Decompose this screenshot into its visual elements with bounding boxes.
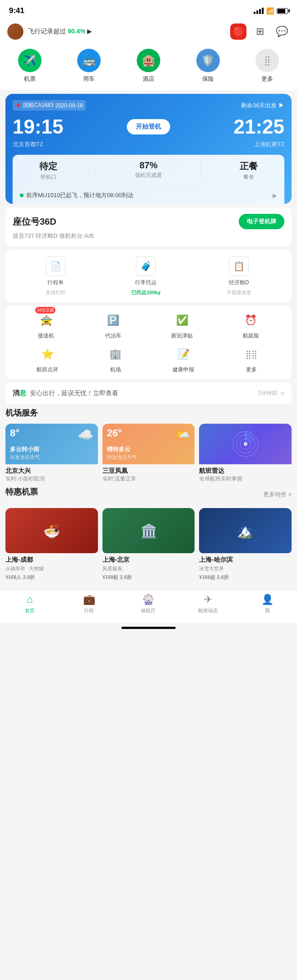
- service-baggage-label: 行李托运: [135, 279, 157, 287]
- seat-number: 座位号36D: [13, 216, 56, 228]
- nav-hotel[interactable]: 🏨 酒店: [137, 49, 160, 83]
- home-nav-label: 首页: [25, 607, 35, 614]
- nav-home[interactable]: ⌂ 首页: [0, 594, 60, 614]
- nav-flights[interactable]: ✈️ 机票: [18, 49, 42, 83]
- airline-logo-icon: ✈: [15, 101, 21, 110]
- action-airport-label: 机场: [110, 366, 121, 374]
- prev-flight-text: 前序MU1010已起飞，预计地方08:00到达: [26, 191, 134, 199]
- sanya-weather-bg: 26° 🌤️ 晴转多云 到达当日天气: [102, 424, 195, 464]
- more-tickets-link[interactable]: 更多特价 >: [263, 490, 292, 499]
- sanya-airport-sub: 实时:流量正常: [102, 475, 195, 483]
- car-icon: 🚌: [77, 49, 101, 72]
- more-actions-icon: ⣿⣿: [242, 345, 260, 363]
- nav-insurance[interactable]: 🛡️ 保险: [196, 49, 220, 83]
- service-baggage-sub: 已托运100kg: [131, 289, 160, 296]
- flight-status-nav-icon: ✈: [204, 594, 212, 606]
- action-airport[interactable]: 🏢 机场: [107, 345, 125, 374]
- beijing-weather-sub: 出发当日天气: [10, 454, 40, 461]
- service-itinerary[interactable]: 📄 行程单 支持打印: [46, 256, 65, 296]
- green-dot-icon: [20, 194, 23, 197]
- avatar[interactable]: [7, 23, 23, 40]
- me-nav-icon: 👤: [261, 594, 274, 606]
- transfer-icon: 🚖 16元立减: [37, 311, 55, 329]
- arrive-airport: 上海虹桥T2: [254, 140, 284, 148]
- chengdu-price: ¥168人 2.6折: [5, 573, 98, 581]
- flight-times: 19:15 开始登机 21:25: [13, 117, 284, 137]
- seat-details: 波音737 经济舱D 值机柜台:A/B: [13, 232, 284, 240]
- chengdu-tags: 火锅串串 大熊猫: [5, 565, 98, 572]
- nav-lounge[interactable]: 🎡 候机厅: [119, 594, 178, 614]
- stat-meal: 正餐 餐食: [240, 160, 258, 181]
- action-parking[interactable]: 🅿️ 代泊车: [104, 311, 122, 340]
- delay-icon: ⏰: [242, 311, 260, 329]
- nav-car[interactable]: 🚌 用车: [77, 49, 101, 83]
- action-covid-label: 新冠津贴: [171, 332, 193, 340]
- remaining-days: 剩余36天出发 ▶: [241, 102, 284, 110]
- stat-divider-2: [201, 162, 201, 178]
- airports: 北京首都T2 上海虹桥T2: [13, 140, 284, 148]
- message-icon[interactable]: 💬: [274, 23, 290, 40]
- car-label: 用车: [83, 75, 95, 83]
- lounge-nav-icon: 🎡: [142, 594, 154, 606]
- nav-more[interactable]: ⣿ 更多: [255, 49, 279, 83]
- flight-date: 2020-09-18: [55, 102, 83, 109]
- stat-divider-1: [96, 162, 96, 178]
- action-health[interactable]: 📝 健康申报: [172, 345, 194, 374]
- msg-label-accent: 息: [19, 389, 26, 397]
- more-icon: ⣿: [255, 49, 279, 72]
- ticket-beijing[interactable]: 🏛️ 上海-北京 风景极美 ¥168起 2.6折: [102, 508, 195, 581]
- seat-card: 座位号36D 电子登机牌 波音737 经济舱D 值机柜台:A/B: [5, 208, 292, 246]
- ticket-harbin[interactable]: 🏔️ 上海-哈尔滨 冰雪大世界 ¥168起 2.6折: [199, 508, 292, 581]
- top-bar: 飞行记录超过 90.4% ▶ 🔴 ⊞ 💬: [0, 20, 297, 43]
- service-economy[interactable]: 📋 经济舱D 不能退改签: [227, 256, 251, 296]
- boarding-button[interactable]: 开始登机: [127, 119, 170, 134]
- harbin-discount: 2.6折: [217, 574, 228, 580]
- service-baggage[interactable]: 🧳 行李托运 已托运100kg: [131, 256, 160, 296]
- scan-icon[interactable]: ⊞: [252, 23, 268, 40]
- airport-card-radar[interactable]: 航班雷达 全球航班实时掌握: [199, 424, 292, 483]
- flight-status-nav-label: 航班动态: [198, 607, 218, 614]
- action-review[interactable]: ⭐ 航班点评: [37, 345, 58, 374]
- radar-sublabel: 全球航班实时掌握: [199, 475, 292, 483]
- service-itinerary-sub: 支持打印: [46, 289, 65, 296]
- airline-name: 国航CA1683: [23, 102, 53, 109]
- quick-actions: 🚖 16元立减 接送机 🅿️ 代泊车 ✅ 新冠津贴 ⏰ 航延险 ⭐ 航班点评 🏢…: [5, 306, 292, 379]
- hotel-icon: 🏨: [137, 49, 160, 72]
- action-more-label: 更多: [246, 366, 257, 374]
- radar-label: 航班雷达: [199, 467, 292, 475]
- stat-checkin: 87% 值机完成度: [135, 160, 162, 179]
- battery-icon: [277, 8, 288, 14]
- boarding-pass-button[interactable]: 电子登机牌: [239, 214, 284, 229]
- action-transfer[interactable]: 🚖 16元立减 接送机: [37, 311, 55, 340]
- nav-me[interactable]: 👤 我: [237, 594, 297, 614]
- nav-trips[interactable]: 💼 行程: [60, 594, 119, 614]
- flight-stats: 待定 登机口 87% 值机完成度 正餐 餐食: [13, 155, 284, 186]
- parking-icon: 🅿️: [104, 311, 122, 329]
- chengdu-tag-2: 大熊猫: [29, 565, 44, 572]
- message-bar[interactable]: 消息 安心出行，延误无忧！立即查看 2分钟前 >: [5, 383, 292, 404]
- airport-section: 机场服务 8° ☁️ 多云转小雨 出发当日天气 北京大兴 实时:小面积取消 26…: [5, 407, 292, 483]
- action-more[interactable]: ⣿⣿ 更多: [242, 345, 260, 374]
- msg-label: 消息: [13, 389, 26, 398]
- airport-section-title: 机场服务: [5, 407, 292, 418]
- trips-nav-label: 行程: [84, 607, 94, 614]
- tickets-section: 特惠机票 更多特价 > 🍜 上海-成都 火锅串串 大熊猫 ¥168人 2.6折 …: [5, 486, 292, 581]
- action-covid[interactable]: ✅ 新冠津贴: [171, 311, 193, 340]
- action-delay[interactable]: ⏰ 航延险: [242, 311, 260, 340]
- chengdu-img: 🍜: [5, 508, 98, 553]
- beijing-price: ¥168起 2.6折: [102, 573, 195, 581]
- airport-card-sanya[interactable]: 26° 🌤️ 晴转多云 到达当日天气 三亚凤凰 实时:流量正常: [102, 424, 195, 483]
- stat-checkin-label: 值机完成度: [135, 171, 162, 179]
- home-indicator: [121, 627, 176, 629]
- status-bar: 9:41 📶: [0, 0, 297, 20]
- harbin-img: 🏔️: [199, 508, 292, 553]
- prev-flight-arrow: ▶: [273, 192, 277, 199]
- airport-card-beijing[interactable]: 8° ☁️ 多云转小雨 出发当日天气 北京大兴 实时:小面积取消: [5, 424, 98, 483]
- nav-flight-status[interactable]: ✈ 航班动态: [178, 594, 238, 614]
- review-icon: ⭐: [38, 345, 56, 363]
- health-icon: 📝: [174, 345, 192, 363]
- ticket-chengdu[interactable]: 🍜 上海-成都 火锅串串 大熊猫 ¥168人 2.6折: [5, 508, 98, 581]
- notification-icon[interactable]: 🔴: [230, 23, 246, 40]
- action-delay-label: 航延险: [243, 332, 259, 340]
- action-health-label: 健康申报: [172, 366, 194, 374]
